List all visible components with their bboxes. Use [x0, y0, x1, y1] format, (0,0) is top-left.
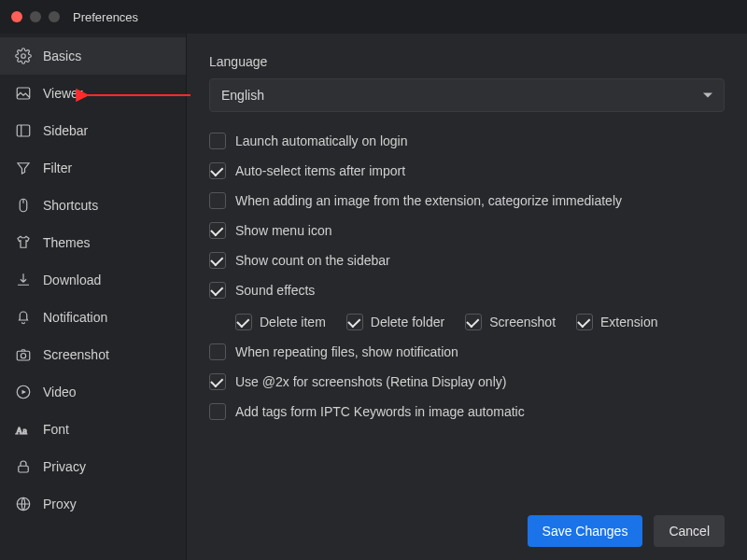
checkbox-list: Launch automatically on loginAuto-select… [209, 133, 725, 420]
checkbox[interactable] [209, 162, 226, 179]
globe-icon [15, 496, 32, 512]
checkbox-label: When repeating files, show notification [235, 344, 458, 359]
sidebar-item-notification[interactable]: Notification [0, 299, 186, 336]
titlebar: Preferences [0, 0, 747, 34]
sidebar-item-label: Notification [43, 310, 107, 325]
sidebar-item-privacy[interactable]: Privacy [0, 448, 186, 485]
sidebar-item-viewer[interactable]: Viewer [0, 75, 186, 112]
maximize-window-icon[interactable] [49, 11, 60, 22]
sidebar-item-label: Sidebar [43, 123, 88, 138]
window-title: Preferences [73, 10, 138, 24]
sidebar-item-label: Viewer [43, 86, 83, 101]
sidebar-item-label: Privacy [43, 459, 86, 474]
sidebar-item-proxy[interactable]: Proxy [0, 485, 186, 523]
sidebar-item-label: Screenshot [43, 347, 109, 362]
checkbox[interactable] [346, 314, 363, 330]
chevron-down-icon [703, 93, 712, 98]
language-value: English [221, 88, 264, 103]
sidebar-item-themes[interactable]: Themes [0, 224, 186, 261]
svg-point-0 [21, 54, 26, 59]
checkbox-row[interactable]: Auto-select items after import [209, 162, 725, 179]
sidebar-item-font[interactable]: Aa Font [0, 411, 186, 448]
image-icon [15, 85, 32, 102]
sidebar-item-label: Video [43, 385, 77, 399]
cancel-button[interactable]: Cancel [654, 515, 725, 547]
bell-icon [15, 309, 32, 326]
sidebar-icon [15, 122, 32, 139]
checkbox-label: Extension [600, 315, 657, 329]
checkbox-row[interactable]: Extension [576, 314, 657, 330]
sidebar-item-filter[interactable]: Filter [0, 149, 186, 187]
svg-text:Aa: Aa [16, 426, 28, 436]
language-select[interactable]: English [209, 78, 725, 112]
gear-icon [15, 48, 32, 64]
checkbox[interactable] [209, 403, 226, 420]
sidebar-item-label: Themes [43, 235, 91, 250]
checkbox-row[interactable]: Screenshot [465, 314, 556, 330]
sidebar-item-basics[interactable]: Basics [0, 37, 186, 75]
checkbox-label: Show count on the sidebar [235, 253, 390, 268]
sidebar-item-shortcuts[interactable]: Shortcuts [0, 187, 186, 224]
checkbox-row[interactable]: Show count on the sidebar [209, 252, 725, 269]
checkbox-label: Sound effects [235, 283, 315, 298]
checkbox-label: Launch automatically on login [235, 133, 407, 148]
checkbox[interactable] [209, 343, 226, 360]
sidebar-item-sidebar[interactable]: Sidebar [0, 112, 186, 149]
checkbox-label: Use @2x for screenshots (Retina Display … [235, 374, 506, 389]
filter-icon [15, 160, 32, 176]
tshirt-icon [15, 234, 32, 251]
checkbox-row[interactable]: Add tags form IPTC Keywords in image aut… [209, 403, 725, 420]
svg-rect-10 [19, 466, 29, 472]
checkbox-row[interactable]: Delete folder [346, 314, 444, 330]
close-window-icon[interactable] [11, 11, 22, 22]
checkbox-label: Delete item [260, 315, 326, 329]
checkbox-row[interactable]: Show menu icon [209, 222, 725, 239]
checkbox-label: Delete folder [371, 315, 444, 329]
checkbox-row[interactable]: When repeating files, show notification [209, 343, 725, 360]
mouse-icon [15, 197, 32, 214]
checkbox-sub-row: Delete itemDelete folderScreenshotExtens… [235, 314, 725, 330]
checkbox-row[interactable]: Use @2x for screenshots (Retina Display … [209, 373, 725, 390]
checkbox-label: Auto-select items after import [235, 163, 405, 178]
svg-rect-1 [17, 88, 30, 99]
checkbox-label: Show menu icon [235, 223, 332, 238]
lock-icon [15, 458, 32, 475]
main-panel: Language English Launch automatically on… [187, 34, 747, 560]
checkbox[interactable] [209, 373, 226, 390]
checkbox[interactable] [576, 314, 593, 330]
window-controls [11, 11, 60, 22]
camera-icon [15, 346, 32, 363]
svg-rect-6 [17, 351, 30, 360]
sidebar-item-label: Shortcuts [43, 198, 98, 213]
checkbox[interactable] [209, 222, 226, 239]
sidebar-item-label: Basics [43, 49, 81, 63]
sidebar-item-video[interactable]: Video [0, 373, 186, 411]
checkbox-row[interactable]: When adding an image from the extension,… [209, 192, 725, 209]
checkbox-label: Screenshot [489, 315, 556, 329]
save-button[interactable]: Save Changes [528, 515, 643, 547]
checkbox-label: Add tags form IPTC Keywords in image aut… [235, 404, 525, 419]
sidebar-item-label: Font [43, 422, 69, 437]
checkbox[interactable] [209, 282, 226, 299]
play-circle-icon [15, 384, 32, 400]
svg-rect-2 [17, 125, 30, 136]
download-icon [15, 272, 32, 288]
checkbox[interactable] [209, 252, 226, 269]
checkbox[interactable] [209, 192, 226, 209]
sidebar-item-label: Filter [43, 161, 72, 175]
sidebar: Basics Viewer Sidebar Filter Shortcuts [0, 34, 187, 560]
footer: Save Changes Cancel [528, 515, 725, 547]
checkbox-row[interactable]: Sound effects [209, 282, 725, 299]
checkbox[interactable] [209, 133, 226, 149]
checkbox-row[interactable]: Delete item [235, 314, 326, 330]
checkbox[interactable] [235, 314, 252, 330]
checkbox-label: When adding an image from the extension,… [235, 193, 622, 208]
font-icon: Aa [15, 421, 32, 438]
sidebar-item-download[interactable]: Download [0, 261, 186, 299]
sidebar-item-screenshot[interactable]: Screenshot [0, 336, 186, 373]
svg-point-7 [21, 354, 25, 358]
minimize-window-icon[interactable] [30, 11, 41, 22]
checkbox-row[interactable]: Launch automatically on login [209, 133, 725, 149]
checkbox[interactable] [465, 314, 482, 330]
sidebar-item-label: Download [43, 273, 101, 287]
